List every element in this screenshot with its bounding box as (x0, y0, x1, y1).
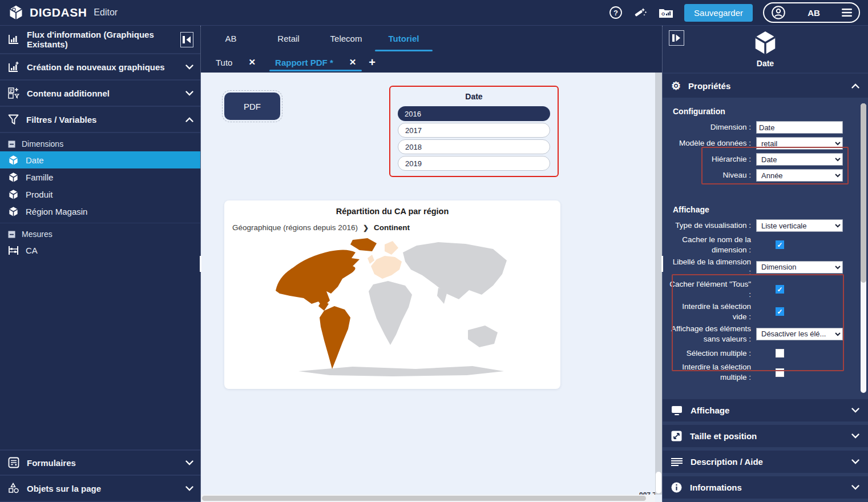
tab-ab[interactable]: AB (202, 26, 260, 52)
section-label: Informations (690, 483, 742, 492)
map-region-south-america[interactable] (320, 306, 350, 369)
scrollbar-thumb[interactable] (861, 103, 866, 283)
data-source-button[interactable]: O (658, 6, 674, 19)
help-button[interactable]: ? (609, 6, 623, 19)
tab-tutoriel[interactable]: Tutoriel (375, 26, 433, 52)
mesures-header[interactable]: Mesures (0, 227, 200, 242)
level-select[interactable]: Année (756, 169, 843, 182)
tab-telecom[interactable]: Telecom (317, 26, 375, 52)
sidebar-item-dimension-region[interactable]: Région Magasin (0, 203, 200, 220)
gear-icon: ⚙ (671, 81, 681, 91)
map-chart-widget[interactable]: Répartition du CA par région Géographiqu… (224, 200, 560, 389)
map-region-greenland[interactable] (350, 238, 377, 251)
dimension-label-select[interactable]: Dimension (756, 261, 843, 274)
map-region-africa[interactable] (369, 281, 412, 345)
date-filter-widget[interactable]: Date 2016 2017 2018 2019 (389, 86, 559, 177)
cube-icon (8, 189, 19, 200)
scrollbar-thumb[interactable] (656, 472, 661, 493)
map-region-scandinavia[interactable] (385, 241, 398, 255)
hamburger-menu-icon[interactable] (842, 9, 852, 17)
canvas-vertical-scrollbar[interactable] (655, 73, 662, 495)
sidebar-item-contenu[interactable]: Contenu additionnel (0, 81, 200, 107)
map-region-asia[interactable] (403, 242, 507, 299)
brand-name: DIGDASH (30, 6, 87, 19)
prop-row-interdire-multiple: Interdire la sélection multiple : (669, 362, 851, 382)
panel-header: Date (663, 26, 868, 73)
map-region-north-america[interactable] (276, 250, 360, 307)
monitor-icon (671, 405, 683, 416)
dimension-label: Date (26, 155, 44, 165)
group-title: Affichage (673, 205, 851, 214)
visualization-type-select[interactable]: Liste verticale (756, 219, 843, 232)
chevron-down-icon (851, 459, 859, 464)
sidebar-item-filtres[interactable]: Filtres / Variables (0, 107, 200, 133)
wizard-button[interactable] (633, 6, 648, 19)
properties-panel: Date ⚙ Propriétés Configuration Dimensio… (662, 26, 868, 502)
hierarchy-select[interactable]: Date (756, 153, 843, 166)
chevron-up-icon (851, 83, 859, 89)
sidebar-item-dimension-produit[interactable]: Produit (0, 186, 200, 203)
date-filter-item-2019[interactable]: 2019 (398, 156, 550, 171)
map-region-europe[interactable] (371, 256, 402, 279)
add-page-button[interactable]: + (369, 56, 376, 69)
tab-retail[interactable]: Retail (260, 26, 317, 52)
panel-scrollbar[interactable] (861, 103, 866, 393)
forbid-multiple-selection-checkbox[interactable] (776, 368, 784, 377)
map-region-australia[interactable] (468, 326, 498, 347)
sidebar-item-flux[interactable]: Flux d'information (Graphiques Existants… (0, 26, 200, 54)
date-filter-item-2016[interactable]: 2016 (398, 106, 550, 121)
subtab-tuto[interactable]: Tuto ✕ (210, 52, 261, 73)
sidebar-item-label: Flux d'information (Graphiques Existants… (27, 30, 173, 49)
section-proprietes[interactable]: ⚙ Propriétés (663, 73, 868, 98)
sidebar-splitter-handle[interactable] (200, 256, 201, 272)
panel-collapse-button[interactable] (669, 30, 684, 46)
panel-sections: Affichage Taille et position Description (663, 397, 868, 502)
multiple-selection-checkbox[interactable] (776, 349, 784, 358)
section-taille-position[interactable]: Taille et position (663, 425, 868, 447)
section-description-aide[interactable]: Description / Aide (663, 451, 868, 473)
text-lines-icon (671, 457, 683, 467)
section-informations[interactable]: Informations (663, 476, 868, 499)
sidebar-item-creation[interactable]: Création de nouveaux graphiques (0, 54, 200, 81)
user-menu[interactable]: AB (763, 2, 860, 23)
canvas-horizontal-scrollbar[interactable] (201, 495, 655, 502)
mesure-label: CA (26, 246, 38, 255)
sidebar-item-mesure-ca[interactable]: CA (0, 242, 200, 259)
dimensions-header[interactable]: Dimensions (0, 136, 200, 151)
empty-elements-display-select[interactable]: Désactiver les élé... (756, 328, 843, 340)
date-filter-item-2018[interactable]: 2018 (398, 139, 550, 154)
sidebar-item-dimension-date[interactable]: Date (0, 151, 200, 168)
scrollbar-thumb[interactable] (202, 496, 646, 501)
sidebar-spacer (0, 259, 200, 449)
map-region-antarctica[interactable] (298, 366, 504, 376)
breadcrumb-parent[interactable]: Géographique (régions depuis 2016) (232, 223, 358, 232)
chevron-down-icon (851, 408, 859, 413)
prop-row-niveau: Niveau : Année (669, 168, 851, 182)
hide-dimension-name-checkbox[interactable] (776, 240, 784, 249)
close-icon[interactable]: ✕ (349, 57, 357, 67)
sidebar-item-objets[interactable]: Objets sur la page (0, 476, 200, 502)
world-map[interactable] (267, 236, 518, 379)
hide-all-item-checkbox[interactable] (776, 285, 784, 294)
sidebar-item-formulaires[interactable]: Formulaires (0, 449, 200, 476)
section-label: Description / Aide (691, 457, 763, 467)
map-region-uk[interactable] (368, 255, 374, 264)
section-affichage[interactable]: Affichage (663, 399, 868, 421)
cube-icon (8, 206, 19, 217)
pdf-export-widget[interactable]: PDF (224, 93, 280, 120)
prop-row-modele: Modèle de données : retail (669, 136, 851, 150)
date-filter-item-2017[interactable]: 2017 (398, 123, 550, 138)
page-canvas[interactable]: PDF Date 2016 2017 2018 2019 Répartition… (201, 73, 662, 502)
panel-splitter-handle[interactable] (661, 256, 663, 272)
prop-row-hierarchie: Hiérarchie : Date (669, 152, 851, 166)
subtab-rapport-pdf[interactable]: Rapport PDF * ✕ (269, 52, 362, 73)
save-button[interactable]: Sauvegarder (684, 4, 753, 22)
prop-row-dimension: Dimension : (669, 121, 851, 134)
forbid-empty-selection-checkbox[interactable] (776, 307, 784, 316)
close-icon[interactable]: ✕ (248, 57, 256, 67)
dimension-input[interactable] (756, 121, 843, 134)
sidebar-item-dimension-famille[interactable]: Famille (0, 168, 200, 186)
sidebar-collapse-button[interactable] (180, 32, 193, 47)
data-model-select[interactable]: retail (756, 137, 843, 150)
app-logo: DIGDASH Editor (8, 5, 118, 21)
